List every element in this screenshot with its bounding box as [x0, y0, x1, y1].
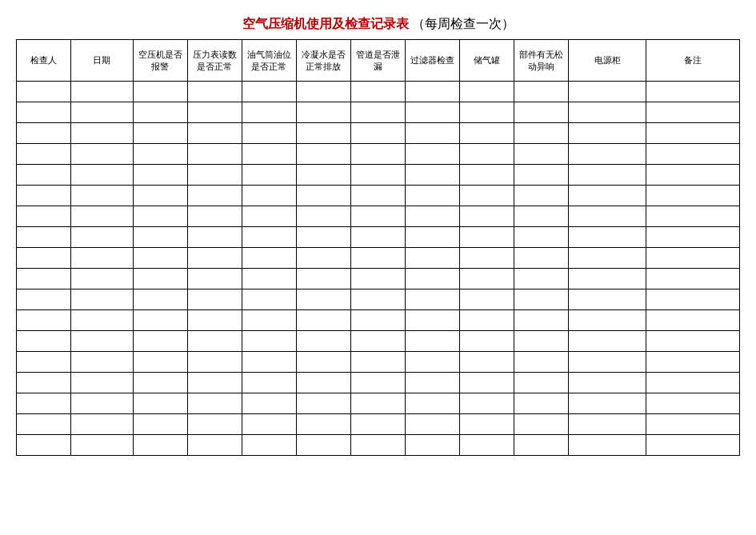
table-cell: [646, 352, 740, 373]
table-cell: [459, 206, 514, 227]
table-cell: [296, 310, 350, 331]
table-cell: [242, 144, 296, 165]
table-cell: [459, 144, 514, 165]
table-cell: [133, 310, 187, 331]
table-cell: [459, 82, 514, 102]
table-cell: [646, 331, 740, 352]
record-table: 检查人 日期 空压机是否报警 压力表读数是否正常 油气筒油位是否正常 冷凝水是否…: [16, 39, 740, 456]
table-cell: [242, 393, 296, 414]
table-cell: [187, 82, 242, 102]
table-row: [17, 102, 740, 123]
table-cell: [296, 269, 350, 289]
table-cell: [569, 186, 646, 206]
table-cell: [459, 165, 514, 186]
table-cell: [569, 206, 646, 227]
header-oillevel: 油气筒油位是否正常: [242, 40, 296, 82]
header-parts: 部件有无松动异响: [514, 40, 569, 82]
table-cell: [459, 123, 514, 144]
table-cell: [459, 227, 514, 248]
table-cell: [405, 206, 459, 227]
table-cell: [242, 352, 296, 373]
table-cell: [133, 144, 187, 165]
table-row: [17, 227, 740, 248]
title-main: 空气压缩机使用及检查记录表: [242, 17, 409, 30]
table-cell: [459, 102, 514, 123]
table-cell: [71, 269, 134, 289]
table-cell: [569, 289, 646, 310]
table-cell: [296, 144, 350, 165]
table-cell: [569, 414, 646, 435]
table-cell: [71, 352, 134, 373]
table-cell: [514, 352, 569, 373]
table-cell: [133, 206, 187, 227]
table-cell: [187, 373, 242, 393]
table-cell: [646, 165, 740, 186]
table-cell: [514, 102, 569, 123]
table-cell: [405, 248, 459, 269]
table-cell: [17, 269, 71, 289]
table-cell: [17, 352, 71, 373]
table-cell: [242, 206, 296, 227]
table-cell: [405, 310, 459, 331]
table-cell: [405, 123, 459, 144]
table-cell: [569, 269, 646, 289]
table-cell: [514, 144, 569, 165]
table-cell: [17, 289, 71, 310]
table-cell: [514, 269, 569, 289]
table-cell: [242, 269, 296, 289]
header-alarm: 空压机是否报警: [133, 40, 187, 82]
table-cell: [187, 352, 242, 373]
table-cell: [187, 206, 242, 227]
table-row: [17, 289, 740, 310]
table-cell: [242, 373, 296, 393]
table-cell: [459, 373, 514, 393]
table-cell: [17, 206, 71, 227]
header-remark: 备注: [646, 40, 740, 82]
table-cell: [646, 227, 740, 248]
table-cell: [405, 186, 459, 206]
table-cell: [569, 123, 646, 144]
table-cell: [350, 206, 405, 227]
table-cell: [646, 414, 740, 435]
table-cell: [514, 331, 569, 352]
table-cell: [569, 352, 646, 373]
table-cell: [242, 289, 296, 310]
table-cell: [242, 123, 296, 144]
table-body: [17, 82, 740, 456]
header-tank: 储气罐: [459, 40, 514, 82]
table-cell: [187, 414, 242, 435]
table-cell: [459, 414, 514, 435]
table-cell: [350, 393, 405, 414]
table-cell: [187, 331, 242, 352]
table-cell: [296, 123, 350, 144]
table-cell: [646, 393, 740, 414]
header-condensate: 冷凝水是否正常排放: [296, 40, 350, 82]
table-cell: [187, 248, 242, 269]
table-cell: [405, 227, 459, 248]
table-cell: [405, 82, 459, 102]
table-cell: [646, 289, 740, 310]
table-cell: [17, 82, 71, 102]
table-row: [17, 414, 740, 435]
table-cell: [296, 227, 350, 248]
table-cell: [242, 82, 296, 102]
table-cell: [133, 435, 187, 456]
table-cell: [133, 393, 187, 414]
table-cell: [350, 269, 405, 289]
table-cell: [459, 435, 514, 456]
table-cell: [71, 310, 134, 331]
table-cell: [350, 331, 405, 352]
table-cell: [17, 186, 71, 206]
table-cell: [17, 248, 71, 269]
table-cell: [133, 331, 187, 352]
table-cell: [187, 269, 242, 289]
table-row: [17, 82, 740, 102]
table-cell: [569, 102, 646, 123]
table-cell: [17, 123, 71, 144]
table-cell: [350, 186, 405, 206]
table-cell: [405, 414, 459, 435]
table-cell: [350, 82, 405, 102]
table-cell: [350, 227, 405, 248]
table-cell: [569, 248, 646, 269]
page-container: 空气压缩机使用及检查记录表 （每周检查一次） 检查人 日期 空压机是否报警 压力…: [16, 16, 740, 456]
